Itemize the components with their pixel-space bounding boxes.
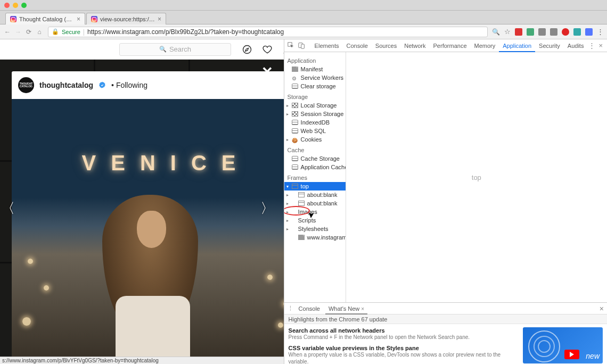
extension-icon[interactable] xyxy=(573,28,581,36)
post-photo[interactable]: VENICE xyxy=(12,99,284,364)
whats-new-item[interactable]: Search across all network headersPress C… xyxy=(289,327,518,341)
search-icon[interactable]: 🔍 xyxy=(492,28,500,36)
database-icon xyxy=(292,156,298,161)
tab-title: Thought Catalog (@thoughtca xyxy=(19,16,74,22)
sidebar-item[interactable]: ▸Session Storage xyxy=(284,110,346,118)
expand-triangle-icon: ▸ xyxy=(286,193,289,197)
devtools-close-icon[interactable]: × xyxy=(598,42,603,49)
devtools-tab-memory[interactable]: Memory xyxy=(471,39,499,52)
secure-label: Secure xyxy=(62,29,80,35)
sidebar-item[interactable]: Service Workers xyxy=(284,73,346,82)
tree-label: Stylesheets xyxy=(298,226,329,232)
youtube-play-icon xyxy=(564,350,579,359)
extension-icon[interactable] xyxy=(527,28,534,36)
minimize-window-dot[interactable] xyxy=(13,3,18,8)
devtools-menu-icon[interactable]: ⋮ xyxy=(588,42,595,49)
photo-subject-person xyxy=(81,184,219,364)
maximize-window-dot[interactable] xyxy=(21,3,27,8)
database-icon xyxy=(292,84,298,89)
expand-triangle-icon: ▸ xyxy=(286,210,289,214)
drawer-menu-icon[interactable]: ⋮ xyxy=(288,305,293,312)
toolbar-icons: 🔍 ☆ ⋮ xyxy=(492,28,604,36)
tree-item[interactable]: ▸about:blank xyxy=(284,191,346,199)
tab-close-icon[interactable]: × xyxy=(158,15,161,23)
drawer-tab-whats-new[interactable]: What's New× xyxy=(325,303,367,315)
expand-triangle-icon: ▸ xyxy=(286,137,289,142)
devtools-tab-security[interactable]: Security xyxy=(535,39,564,52)
explore-icon[interactable] xyxy=(242,44,252,55)
devtools-tab-sources[interactable]: Sources xyxy=(372,39,400,52)
tab-close-icon[interactable]: × xyxy=(77,15,80,23)
tree-label: www.instagram.com/ xyxy=(307,234,346,241)
instagram-favicon xyxy=(91,16,97,22)
profile-icon[interactable] xyxy=(282,44,284,55)
devtools-main-pane: top xyxy=(346,52,607,302)
devtools-tab-network[interactable]: Network xyxy=(400,39,429,52)
whats-new-item[interactable]: CSS variable value previews in the Style… xyxy=(289,345,518,364)
tree-item[interactable]: ▸Images➤ xyxy=(284,208,346,216)
devtools-tab-application[interactable]: Application xyxy=(499,39,535,52)
devtools-tab-audits[interactable]: Audits xyxy=(564,39,588,52)
nav-back-icon[interactable]: ← xyxy=(3,28,12,36)
nav-home-icon[interactable]: ⌂ xyxy=(35,28,44,36)
drawer-tab-console[interactable]: Console xyxy=(296,303,323,315)
pinterest-extension-icon[interactable] xyxy=(562,28,569,36)
browser-status-bar: s://www.instagram.com/p/BlvYFtVg0GS/?tak… xyxy=(0,357,284,364)
username-link[interactable]: thoughtcatalog xyxy=(39,81,93,89)
sidebar-item[interactable]: Clear storage xyxy=(284,82,346,90)
tree-item[interactable]: www.instagram.com/ xyxy=(284,233,346,242)
lock-icon: 🔒 xyxy=(52,28,59,35)
device-toolbar-icon[interactable] xyxy=(297,41,307,51)
close-tab-icon[interactable]: × xyxy=(361,306,364,312)
sidebar-item[interactable]: Cache Storage xyxy=(284,154,346,163)
storage-grid-icon xyxy=(292,111,298,117)
url-field[interactable]: 🔒 Secure | https://www.instagram.com/p/B… xyxy=(48,27,488,37)
devtools-tab-console[interactable]: Console xyxy=(342,39,371,52)
activity-heart-icon[interactable] xyxy=(262,44,273,55)
close-window-dot[interactable] xyxy=(4,3,10,8)
browser-tab-active[interactable]: Thought Catalog (@thoughtca × xyxy=(5,13,85,24)
menu-icon[interactable]: ⋮ xyxy=(597,28,604,36)
tree-label: about:blank xyxy=(307,192,338,198)
extension-icon[interactable] xyxy=(515,28,522,36)
expand-triangle-icon: ▸ xyxy=(286,201,289,206)
browser-tab[interactable]: view-source:https://www.insta × xyxy=(86,13,166,24)
storage-grid-icon xyxy=(292,103,298,108)
news-title: CSS variable value previews in the Style… xyxy=(289,345,518,351)
close-modal-icon[interactable]: ✕ xyxy=(261,64,273,80)
sidebar-item[interactable]: Manifest xyxy=(284,65,346,73)
sidebar-item[interactable]: Web SQL xyxy=(284,127,346,135)
tree-item[interactable]: ▸Scripts xyxy=(284,216,346,225)
sidebar-item-label: IndexedDB xyxy=(301,119,330,126)
devtools-tab-performance[interactable]: Performance xyxy=(430,39,471,52)
sidebar-section-title: Application xyxy=(284,54,346,65)
next-photo-chevron-icon[interactable]: 〉 xyxy=(260,199,274,218)
follow-status[interactable]: • Following xyxy=(111,81,147,89)
expand-triangle-icon: ▸ xyxy=(286,103,289,108)
star-icon[interactable]: ☆ xyxy=(504,28,511,36)
drawer-close-icon[interactable]: × xyxy=(600,304,604,313)
prev-photo-chevron-icon[interactable]: 〈 xyxy=(1,199,15,218)
sidebar-item[interactable]: Application Cache xyxy=(284,163,346,171)
frames-top[interactable]: ▾top xyxy=(284,182,346,191)
devtools-drawer: ⋮ Console What's New× × Highlights from … xyxy=(284,302,607,364)
devtools-tab-elements[interactable]: Elements xyxy=(311,39,343,52)
inspect-element-icon[interactable] xyxy=(286,41,296,51)
devtools-panel: ElementsConsoleSourcesNetworkPerformance… xyxy=(284,39,607,364)
sidebar-item[interactable]: ▸Local Storage xyxy=(284,101,346,110)
document-icon xyxy=(292,67,298,72)
nav-forward-icon[interactable]: → xyxy=(14,28,22,36)
search-input[interactable]: 🔍 Search xyxy=(119,43,231,56)
post-header: THOUGHT CATALOG thoughtcatalog • Followi… xyxy=(12,71,284,99)
extension-icon[interactable] xyxy=(585,28,593,36)
tree-item[interactable]: ▸Stylesheets xyxy=(284,225,346,233)
avatar[interactable]: THOUGHT CATALOG xyxy=(18,77,34,93)
sidebar-item[interactable]: IndexedDB xyxy=(284,118,346,127)
frame-icon xyxy=(298,192,305,197)
whats-new-video-thumb[interactable]: new xyxy=(523,327,603,363)
extension-icon[interactable] xyxy=(550,28,557,36)
extension-icon[interactable] xyxy=(538,28,546,36)
tree-item[interactable]: ▸about:blank xyxy=(284,199,346,208)
nav-reload-icon[interactable]: ⟳ xyxy=(24,28,33,36)
sidebar-item[interactable]: ▸Cookies xyxy=(284,135,346,144)
